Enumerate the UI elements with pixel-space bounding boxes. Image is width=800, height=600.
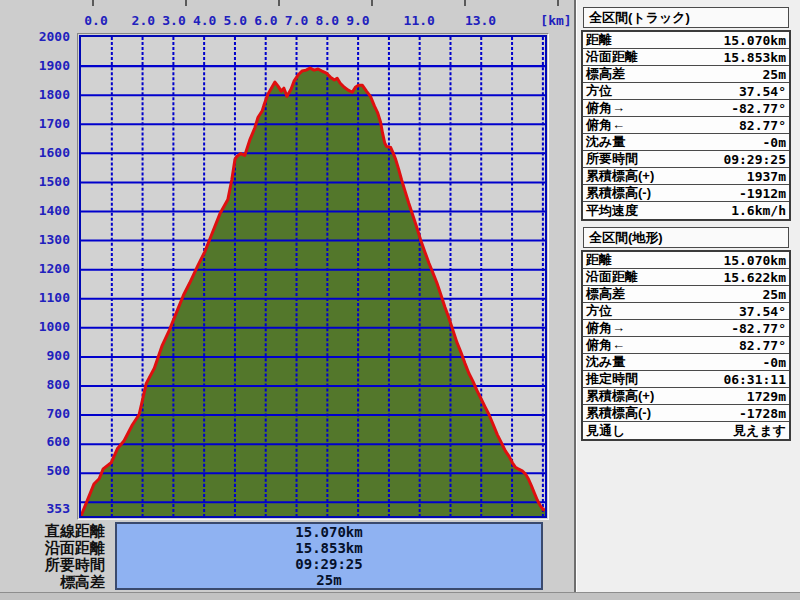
stat-row: 方位37.54° bbox=[583, 83, 789, 100]
stat-panel-title: 全区間(トラック) bbox=[583, 7, 789, 28]
stat-value: 1937m bbox=[747, 169, 786, 184]
ruler-tick-icon bbox=[278, 0, 280, 6]
stat-value: 09:29:25 bbox=[723, 152, 786, 167]
stat-label: 累積標高(+) bbox=[586, 167, 654, 185]
stat-label: 見通し bbox=[586, 422, 625, 440]
stat-value: -82.77° bbox=[731, 321, 786, 336]
stat-label: 推定時間 bbox=[586, 370, 638, 388]
x-axis-tick-label: 2.0 bbox=[132, 13, 155, 28]
stat-row: 沿面距離15.853km bbox=[583, 49, 789, 66]
ruler-tick-icon bbox=[92, 0, 94, 6]
stat-row: 沈み量-0m bbox=[583, 354, 789, 371]
track-summary-box: 15.070km15.853km09:29:2525m bbox=[115, 522, 543, 590]
x-axis-tick-label: 13.0 bbox=[465, 13, 496, 28]
y-axis-tick-label: 1300 bbox=[0, 232, 70, 247]
stat-value: 25m bbox=[763, 67, 786, 82]
stat-label: 方位 bbox=[586, 82, 612, 100]
stat-value: 37.54° bbox=[739, 84, 786, 99]
stat-label: 沈み量 bbox=[586, 133, 625, 151]
stat-value: -0m bbox=[763, 355, 786, 370]
stat-label: 沿面距離 bbox=[586, 268, 638, 286]
summary-row-label: 標高差 bbox=[0, 573, 105, 590]
statistics-panel: 全区間(トラック)距離15.070km沿面距離15.853km標高差25m方位3… bbox=[574, 0, 800, 592]
stat-row: 累積標高(+)1937m bbox=[583, 168, 789, 185]
y-axis-tick-label: 700 bbox=[0, 406, 70, 421]
x-axis-tick-label: 3.0 bbox=[162, 13, 185, 28]
stat-label: 距離 bbox=[586, 31, 612, 49]
stat-label: 平均速度 bbox=[586, 202, 638, 220]
stat-label: 方位 bbox=[586, 302, 612, 320]
stat-label: 沿面距離 bbox=[586, 48, 638, 66]
profile-svg bbox=[81, 37, 545, 516]
x-axis-tick-label: 5.0 bbox=[224, 13, 247, 28]
x-axis-unit-label: [km] bbox=[540, 13, 571, 28]
y-axis-tick-label: 1600 bbox=[0, 145, 70, 160]
x-axis-tick-label: 9.0 bbox=[346, 13, 369, 28]
stat-label: 累積標高(-) bbox=[586, 184, 651, 202]
stat-row: 累積標高(-)-1728m bbox=[583, 405, 789, 422]
ruler-tick-icon bbox=[557, 0, 559, 6]
stat-row: 沿面距離15.622km bbox=[583, 269, 789, 286]
stat-value: 25m bbox=[763, 287, 786, 302]
stat-label: 俯角→ bbox=[586, 99, 625, 117]
y-axis-tick-label: 1800 bbox=[0, 87, 70, 102]
y-axis-tick-label: 2000 bbox=[0, 29, 70, 44]
stat-value: -1728m bbox=[739, 406, 786, 421]
summary-row-label: 所要時間 bbox=[0, 556, 105, 573]
stat-value: 1.6km/h bbox=[731, 203, 786, 218]
stat-row: 標高差25m bbox=[583, 66, 789, 83]
stat-value: -1912m bbox=[739, 186, 786, 201]
x-axis-tick-label: 0.0 bbox=[84, 13, 107, 28]
stat-label: 俯角← bbox=[586, 336, 625, 354]
y-axis-tick-label: 900 bbox=[0, 348, 70, 363]
stat-row: 俯角→-82.77° bbox=[583, 320, 789, 337]
stat-row: 俯角←82.77° bbox=[583, 337, 789, 354]
x-axis-tick-label: 4.0 bbox=[193, 13, 216, 28]
stat-row: 所要時間09:29:25 bbox=[583, 151, 789, 168]
stat-label: 沈み量 bbox=[586, 353, 625, 371]
y-axis-tick-label: 1200 bbox=[0, 261, 70, 276]
stat-label: 俯角← bbox=[586, 116, 625, 134]
stat-table: 距離15.070km沿面距離15.622km標高差25m方位37.54°俯角→-… bbox=[581, 250, 791, 441]
stat-row: 標高差25m bbox=[583, 286, 789, 303]
y-axis-tick-label: 500 bbox=[0, 463, 70, 478]
y-axis-tick-label: 1000 bbox=[0, 319, 70, 334]
stat-row: 距離15.070km bbox=[583, 252, 789, 269]
app-window: 0.02.03.04.05.06.07.08.09.011.013.0[km] … bbox=[0, 0, 800, 600]
stat-label: 俯角→ bbox=[586, 319, 625, 337]
stat-row: 俯角←82.77° bbox=[583, 117, 789, 134]
stat-value: 15.070km bbox=[723, 33, 786, 48]
stat-label: 標高差 bbox=[586, 65, 625, 83]
window-bottom-edge bbox=[0, 592, 800, 600]
y-axis-tick-label: 1400 bbox=[0, 203, 70, 218]
stat-row: 沈み量-0m bbox=[583, 134, 789, 151]
x-axis-tick-label: 6.0 bbox=[254, 13, 277, 28]
stat-row: 俯角→-82.77° bbox=[583, 100, 789, 117]
stat-value: 82.77° bbox=[739, 118, 786, 133]
stat-label: 累積標高(+) bbox=[586, 387, 654, 405]
y-axis-tick-label: 1900 bbox=[0, 58, 70, 73]
ruler-tick-icon bbox=[185, 0, 187, 6]
stat-label: 標高差 bbox=[586, 285, 625, 303]
ruler-tick-icon bbox=[464, 0, 466, 6]
summary-row-label: 沿面距離 bbox=[0, 539, 105, 556]
stat-row: 推定時間06:31:11 bbox=[583, 371, 789, 388]
stat-value: 82.77° bbox=[739, 338, 786, 353]
stat-value: -82.77° bbox=[731, 101, 786, 116]
stat-row: 累積標高(+)1729m bbox=[583, 388, 789, 405]
y-axis-tick-label: 600 bbox=[0, 434, 70, 449]
stat-row: 方位37.54° bbox=[583, 303, 789, 320]
stat-value: 15.853km bbox=[723, 50, 786, 65]
stat-row: 距離15.070km bbox=[583, 32, 789, 49]
stat-label: 所要時間 bbox=[586, 150, 638, 168]
elevation-profile-frame bbox=[77, 33, 549, 520]
stat-row: 累積標高(-)-1912m bbox=[583, 185, 789, 202]
stat-row: 見通し見えます bbox=[583, 422, 789, 439]
stat-value: 1729m bbox=[747, 389, 786, 404]
stat-row: 平均速度1.6km/h bbox=[583, 202, 789, 219]
stat-panel-title: 全区間(地形) bbox=[583, 227, 789, 248]
x-axis-tick-label: 7.0 bbox=[285, 13, 308, 28]
stat-value: -0m bbox=[763, 135, 786, 150]
elevation-profile-chart[interactable] bbox=[79, 35, 547, 518]
stat-label: 累積標高(-) bbox=[586, 404, 651, 422]
